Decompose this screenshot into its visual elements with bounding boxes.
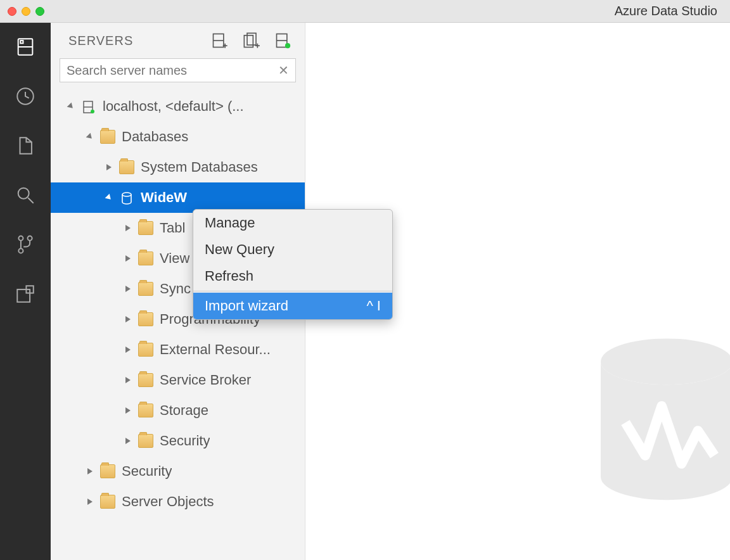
titlebar: Azure Data Studio — [0, 0, 730, 23]
chevron-right-icon[interactable] — [125, 225, 131, 231]
menu-shortcut: ^ I — [366, 298, 381, 314]
svg-point-24 — [91, 110, 94, 113]
chevron-down-icon[interactable] — [105, 194, 113, 202]
tree-security-node[interactable]: Security — [51, 456, 305, 487]
sidebar-title: SERVERS — [68, 34, 133, 48]
menu-label: Import wizard — [205, 298, 288, 314]
database-icon — [119, 191, 134, 205]
tree-external-resources-node[interactable]: External Resour... — [51, 334, 305, 365]
tree-label: Storage — [160, 402, 208, 419]
search-input[interactable] — [67, 63, 278, 78]
tree-db-security-node[interactable]: Security — [51, 426, 305, 456]
folder-icon — [138, 221, 153, 235]
extensions-activity-icon[interactable] — [14, 283, 37, 305]
folder-icon — [100, 495, 115, 509]
svg-point-25 — [122, 193, 131, 196]
source-control-activity-icon[interactable] — [14, 233, 37, 256]
folder-icon — [138, 282, 153, 296]
svg-point-7 — [18, 248, 23, 253]
show-connections-icon[interactable] — [274, 32, 292, 49]
tree-label: External Resour... — [160, 341, 271, 358]
servers-activity-icon[interactable] — [14, 35, 37, 58]
svg-point-26 — [601, 338, 730, 385]
tree-label: Security — [122, 463, 172, 480]
folder-icon — [138, 404, 153, 417]
activity-bar — [0, 23, 51, 560]
minimize-window-button[interactable] — [22, 7, 30, 16]
folder-icon — [100, 464, 115, 478]
tree-databases-node[interactable]: Databases — [51, 122, 305, 152]
context-menu: Manage New Query Refresh Import wizard ^… — [193, 209, 393, 320]
folder-icon — [138, 312, 153, 326]
tree-server-node[interactable]: localhost, <default> (... — [51, 91, 305, 122]
menu-item-refresh[interactable]: Refresh — [193, 263, 392, 290]
window-controls — [8, 7, 44, 16]
tree-label: Sync — [160, 281, 191, 297]
new-server-group-icon[interactable] — [243, 32, 260, 49]
tree-system-databases-node[interactable]: System Databases — [51, 152, 305, 182]
tree-label: View — [160, 250, 189, 267]
menu-label: New Query — [205, 241, 274, 258]
chevron-right-icon[interactable] — [125, 438, 131, 444]
tree-label: Server Objects — [122, 493, 214, 510]
menu-label: Manage — [205, 215, 255, 231]
folder-icon — [100, 130, 115, 144]
close-window-button[interactable] — [8, 7, 16, 16]
folder-icon — [138, 373, 153, 387]
explorer-activity-icon[interactable] — [14, 134, 37, 157]
folder-icon — [138, 343, 153, 357]
clear-search-icon[interactable]: ✕ — [278, 63, 289, 78]
chevron-down-icon[interactable] — [67, 103, 75, 111]
svg-point-8 — [28, 236, 32, 241]
server-tree: localhost, <default> (... Databases Syst… — [51, 87, 305, 560]
search-activity-icon[interactable] — [14, 184, 37, 207]
svg-rect-2 — [20, 41, 23, 43]
menu-item-manage[interactable]: Manage — [193, 210, 392, 236]
chevron-right-icon[interactable] — [125, 347, 131, 353]
tree-storage-node[interactable]: Storage — [51, 395, 305, 426]
menu-separator — [193, 291, 392, 291]
tree-label: WideW — [141, 189, 187, 206]
watermark-logo — [584, 332, 730, 535]
chevron-right-icon[interactable] — [106, 164, 112, 170]
new-connection-icon[interactable] — [211, 32, 229, 49]
server-icon — [81, 99, 96, 113]
tree-service-broker-node[interactable]: Service Broker — [51, 365, 305, 395]
svg-rect-9 — [17, 290, 30, 302]
tree-server-objects-node[interactable]: Server Objects — [51, 487, 305, 517]
menu-label: Refresh — [205, 268, 253, 284]
chevron-right-icon[interactable] — [125, 316, 131, 322]
tree-label: Service Broker — [160, 372, 251, 388]
svg-point-21 — [285, 43, 290, 48]
folder-icon — [138, 434, 153, 448]
folder-icon — [138, 251, 153, 265]
menu-item-import-wizard[interactable]: Import wizard ^ I — [193, 293, 392, 319]
window-title: Azure Data Studio — [615, 4, 717, 18]
folder-icon — [119, 160, 134, 174]
svg-point-4 — [18, 188, 29, 199]
svg-point-6 — [18, 236, 23, 241]
svg-line-5 — [28, 198, 34, 203]
menu-item-new-query[interactable]: New Query — [193, 236, 392, 263]
tree-label: Tabl — [160, 220, 185, 236]
chevron-right-icon[interactable] — [87, 468, 93, 474]
search-box[interactable]: ✕ — [60, 58, 296, 82]
maximize-window-button[interactable] — [35, 7, 44, 16]
tasks-activity-icon[interactable] — [14, 85, 37, 108]
tree-database-node-selected[interactable]: WideW — [51, 182, 305, 213]
tree-label: Databases — [122, 129, 188, 145]
tree-label: Security — [160, 433, 210, 449]
chevron-right-icon[interactable] — [125, 286, 131, 292]
chevron-right-icon[interactable] — [125, 255, 131, 262]
tree-label: localhost, <default> (... — [103, 98, 244, 115]
tree-label: System Databases — [141, 159, 258, 175]
chevron-right-icon[interactable] — [125, 377, 131, 383]
chevron-right-icon[interactable] — [87, 499, 93, 505]
chevron-right-icon[interactable] — [125, 407, 131, 414]
chevron-down-icon[interactable] — [86, 133, 94, 141]
